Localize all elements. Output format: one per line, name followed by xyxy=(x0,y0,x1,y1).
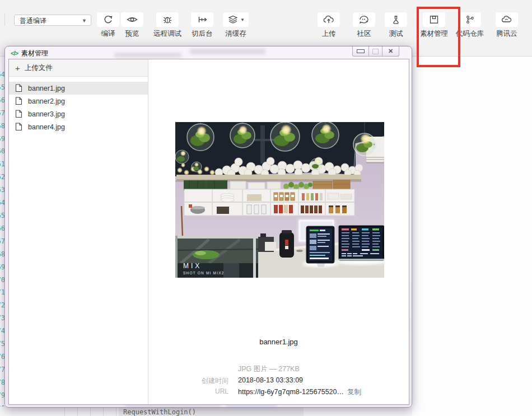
file-name: banner3.jpg xyxy=(28,110,65,118)
url-label: URL xyxy=(148,387,228,395)
switch-background-label: 切后台 xyxy=(184,29,220,39)
compile-mode-dropdown[interactable]: 普通编译 ▼ xyxy=(14,15,91,26)
preview-panel: MIX SHOT ON MI MIX2 banner1.jpg JPG 图片 —… xyxy=(148,59,409,404)
photo-menu-screen-landscape xyxy=(335,226,384,265)
remote-debug-label: 远程调试 xyxy=(150,29,185,39)
url-value: https://lg-6y7g7qm8-125675520… xyxy=(238,388,344,396)
app-window: 5455565758596061626364656667686970717273… xyxy=(0,0,532,416)
upload-file-button[interactable]: + 上传文件 xyxy=(9,59,148,77)
minimize-icon xyxy=(357,49,365,53)
material-manager-dialog: </> 素材管理 ✕ + 上传文件 banner1.jpg xyxy=(4,46,412,408)
tencent-cloud-label: 腾讯云 xyxy=(489,29,525,39)
window-controls: ✕ xyxy=(352,46,399,57)
file-panel: + 上传文件 banner1.jpg banner2.jpg banner3.j… xyxy=(9,59,148,404)
toolbar-separator xyxy=(4,13,5,26)
tencent-cloud-button[interactable]: 腾讯云 xyxy=(489,12,525,39)
clear-cache-layers-icon xyxy=(227,15,239,25)
preview-eye-icon xyxy=(126,15,138,25)
maximize-icon xyxy=(372,49,379,54)
preview-button[interactable]: 预览 xyxy=(114,12,150,39)
maximize-button[interactable] xyxy=(369,46,382,57)
close-icon: ✕ xyxy=(388,48,393,55)
file-name: banner1.jpg xyxy=(28,85,65,92)
plus-icon: + xyxy=(15,64,20,72)
created-label: 创建时间 xyxy=(148,376,228,386)
blur-artifact xyxy=(114,53,181,57)
file-name: banner2.jpg xyxy=(28,97,65,105)
photo-shelving-unit xyxy=(184,189,354,216)
preview-label: 预览 xyxy=(114,29,150,39)
file-icon xyxy=(15,84,22,92)
file-row-banner2[interactable]: banner2.jpg xyxy=(9,95,148,107)
dialog-content: + 上传文件 banner1.jpg banner2.jpg banner3.j… xyxy=(8,59,409,405)
file-row-banner4[interactable]: banner4.jpg xyxy=(9,120,148,133)
file-name: banner4.jpg xyxy=(28,123,65,131)
dialog-titlebar[interactable]: </> 素材管理 xyxy=(11,49,48,58)
preview-meta: JPG 图片 — 277KB xyxy=(238,364,300,374)
file-icon xyxy=(15,123,22,131)
upload-label: 上传 xyxy=(311,29,347,39)
photo-shelf-decor xyxy=(184,180,350,190)
chevron-down-icon: ▼ xyxy=(240,17,245,22)
compile-mode-label: 普通编译 xyxy=(20,17,46,25)
tencent-cloud-icon xyxy=(501,15,513,25)
test-label: 测试 xyxy=(378,29,414,39)
devtools-logo-icon: </> xyxy=(11,50,18,57)
compile-refresh-icon xyxy=(102,15,114,25)
copy-url-link[interactable]: 复制 xyxy=(347,388,361,396)
community-chat-icon xyxy=(358,15,370,25)
switch-background-icon xyxy=(196,15,208,25)
created-value: 2018-08-13 03:33:09 xyxy=(238,376,303,384)
upload-file-label: 上传文件 xyxy=(25,63,53,73)
close-button[interactable]: ✕ xyxy=(382,46,399,57)
upload-button[interactable]: 上传 xyxy=(311,12,347,39)
editor-code-line: RequestWithLogin() xyxy=(119,406,304,416)
file-row-banner1[interactable]: banner1.jpg xyxy=(9,82,148,95)
file-row-banner3[interactable]: banner3.jpg xyxy=(9,107,148,120)
preview-filename: banner1.jpg xyxy=(148,338,409,346)
clear-cache-label: 清缓存 xyxy=(218,29,254,39)
remote-debug-button[interactable]: 远程调试 xyxy=(150,12,185,39)
remote-debug-bug-icon xyxy=(161,15,174,25)
dialog-title: 素材管理 xyxy=(21,49,48,58)
preview-photo: MIX SHOT ON MI MIX2 xyxy=(175,122,384,278)
minimize-button[interactable] xyxy=(352,46,369,57)
file-list: banner1.jpg banner2.jpg banner3.jpg bann… xyxy=(9,82,148,133)
switch-background-button[interactable]: 切后台 xyxy=(184,12,220,39)
upload-cloud-icon xyxy=(323,15,335,25)
code-repo-branch-icon xyxy=(464,15,476,25)
chevron-down-icon: ▼ xyxy=(82,15,87,26)
photo-watermark-shot-on: SHOT ON MI MIX2 xyxy=(183,271,225,275)
file-icon xyxy=(15,97,22,105)
test-button[interactable]: 测试 xyxy=(378,12,414,39)
highlight-box xyxy=(417,7,460,67)
community-button[interactable]: 社区 xyxy=(346,12,382,39)
clear-cache-button[interactable]: ▼ 清缓存 xyxy=(218,12,254,39)
test-flask-icon xyxy=(390,15,402,25)
photo-menu-screen-portrait xyxy=(302,226,338,267)
blur-artifact xyxy=(190,49,265,54)
community-label: 社区 xyxy=(346,29,382,39)
photo-watermark-mix: MIX xyxy=(183,262,202,270)
file-icon xyxy=(15,110,22,118)
